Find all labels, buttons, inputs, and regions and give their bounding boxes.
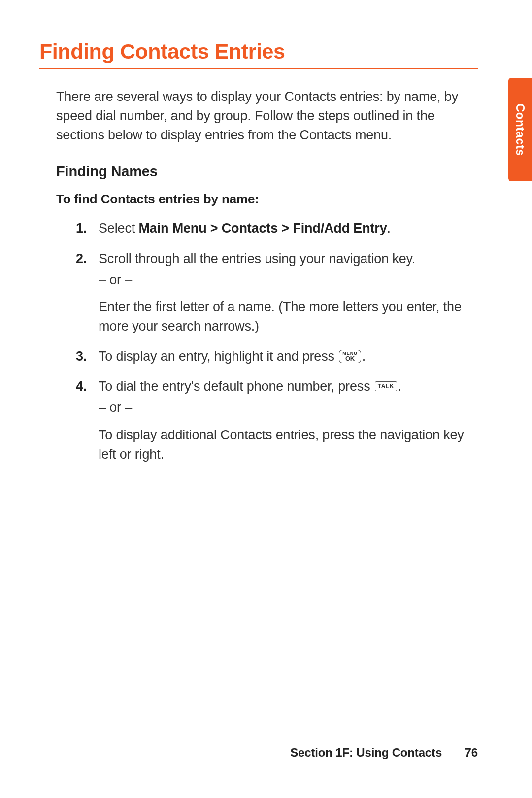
footer-section-label: Section 1F: Using Contacts (290, 746, 442, 759)
page-number: 76 (465, 746, 478, 759)
talk-key-icon: TALK (375, 381, 397, 391)
steps-list: 1. Select Main Menu > Contacts > Find/Ad… (76, 219, 473, 464)
step-number: 3. (76, 347, 87, 366)
step-text-end: . (362, 349, 366, 364)
step-number: 1. (76, 219, 87, 238)
intro-paragraph: There are several ways to display your C… (56, 87, 473, 145)
menu-ok-key-icon: MENUOK (339, 350, 361, 363)
step-text-end: . (387, 221, 391, 235)
step-text-alt: To display additional Contacts entries, … (99, 428, 464, 462)
step-text-alt: Enter the first letter of a name. (The m… (99, 299, 462, 333)
step-2: 2. Scroll through all the entries using … (76, 249, 473, 336)
step-3: 3. To display an entry, highlight it and… (76, 347, 473, 366)
menu-path: Main Menu > Contacts > Find/Add Entry (138, 221, 387, 235)
page-footer: Section 1F: Using Contacts 76 (290, 746, 478, 760)
or-divider: – or – (99, 398, 473, 417)
subheading-finding-names: Finding Names (56, 164, 478, 180)
step-text: Scroll through all the entries using you… (99, 251, 415, 266)
step-4: 4. To dial the entry's default phone num… (76, 377, 473, 464)
step-text: To display an entry, highlight it and pr… (99, 349, 338, 364)
step-1: 1. Select Main Menu > Contacts > Find/Ad… (76, 219, 473, 238)
step-number: 4. (76, 377, 87, 396)
page-title: Finding Contacts Entries (39, 39, 478, 69)
step-text: Select (99, 221, 138, 235)
or-divider: – or – (99, 270, 473, 290)
step-number: 2. (76, 249, 87, 268)
instruction-line: To find Contacts entries by name: (56, 192, 478, 207)
step-text-end: . (398, 379, 401, 394)
section-tab-contacts: Contacts (508, 78, 532, 181)
step-text: To dial the entry's default phone number… (99, 379, 374, 394)
